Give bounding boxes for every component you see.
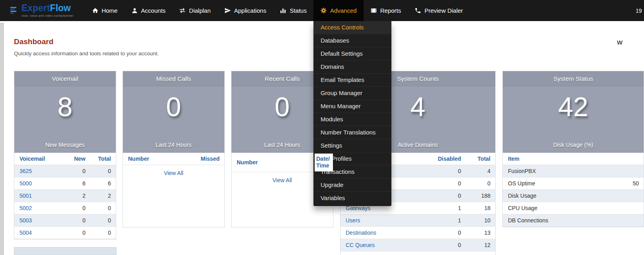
voicemail-row: 362500	[14, 165, 116, 177]
nav-status[interactable]: Status	[273, 0, 313, 21]
user-icon	[131, 7, 138, 14]
system-counts-cell: 13	[466, 227, 495, 239]
voicemail-link[interactable]: 5000	[14, 177, 66, 189]
advanced-dropdown: Access ControlsDatabasesDefault Settings…	[313, 21, 391, 206]
system-counts-count: 4	[411, 88, 426, 126]
page-title: Dashboard	[14, 37, 53, 46]
nav-dialplan[interactable]: Dialplan	[172, 0, 217, 21]
dropdown-item-group-manager[interactable]: Group Manager	[313, 87, 391, 100]
page: ExpertFlow chat, voice and video contact…	[0, 0, 644, 255]
system-status-cell: CPU Usage	[503, 202, 620, 214]
nav-advanced[interactable]: Advanced Access ControlsDatabasesDefault…	[313, 0, 364, 21]
missed-calls-card: Missed Calls 0 Last 24 Hours NumberMisse…	[123, 71, 225, 228]
missed-calls-count-label: Last 24 Hours	[156, 142, 191, 148]
dropdown-item-modules[interactable]: Modules	[313, 113, 391, 126]
dropdown-item-variables[interactable]: Variables	[313, 192, 391, 204]
dropdown-item-default-settings[interactable]: Default Settings	[313, 47, 391, 60]
missed-calls-table-header: NumberMissed	[123, 153, 224, 165]
voicemail-link[interactable]: 5002	[14, 202, 66, 214]
dropdown-item-upgrade[interactable]: Upgrade	[313, 179, 391, 192]
nav-home-label: Home	[102, 7, 118, 14]
system-counts-link[interactable]: Destinations	[340, 227, 430, 239]
nav-applications[interactable]: Applications	[218, 0, 273, 21]
voicemail-cell: 0	[66, 202, 90, 214]
recent-calls-table: NumberDate/Time	[232, 153, 333, 172]
missed-calls-view-all-link[interactable]: View All	[164, 170, 183, 176]
voicemail-link[interactable]: 5004	[14, 227, 66, 239]
system-status-row: FusionPBX	[503, 165, 644, 177]
system-counts-link[interactable]: Users	[340, 214, 430, 226]
brand-expert: Expert	[21, 3, 50, 13]
nav-accounts[interactable]: Accounts	[125, 0, 173, 21]
nav-reports[interactable]: Reports	[364, 0, 408, 21]
voicemail-link[interactable]: 3625	[14, 165, 66, 177]
voicemail-count: 8	[58, 88, 73, 126]
voicemail-cell: 0	[66, 214, 90, 226]
system-counts-cell: 12	[466, 239, 495, 251]
dropdown-item-access-controls[interactable]: Access Controls	[313, 21, 391, 34]
recent-calls-col-number: Number	[232, 156, 315, 168]
system-status-cell	[620, 217, 644, 224]
left-gutter	[0, 23, 4, 255]
dropdown-item-databases[interactable]: Databases	[313, 34, 391, 47]
voicemail-link[interactable]: 5001	[14, 190, 66, 202]
dropdown-item-menu-manager[interactable]: Menu Manager	[313, 100, 391, 113]
nav-home[interactable]: Home	[85, 0, 125, 21]
voicemail-col-voicemail: Voicemail	[14, 153, 66, 165]
system-status-cell	[620, 193, 644, 199]
top-nav: ExpertFlow chat, voice and video contact…	[0, 0, 644, 21]
system-counts-row: Users110	[340, 214, 495, 227]
system-counts-col-total: Total	[466, 153, 495, 165]
voicemail-cell: 0	[90, 214, 116, 226]
recent-calls-count-label: Last 24 Hours	[264, 142, 300, 148]
system-status-table: ItemFusionPBXOS Uptime50Disk UsageCPU Us…	[503, 153, 644, 227]
nav-reports-label: Reports	[380, 7, 401, 14]
voicemail-cell: 0	[90, 202, 116, 214]
system-status-card-title: System Status	[503, 71, 644, 86]
missed-calls-col-number: Number	[123, 153, 174, 165]
system-status-cell	[620, 168, 644, 174]
voicemail-card-title: Voicemail	[14, 71, 116, 86]
system-counts-cell: 10	[466, 214, 495, 226]
system-counts-cell: 0	[430, 227, 466, 239]
missed-calls-count: 0	[166, 88, 181, 126]
system-counts-cell: 0	[430, 165, 466, 177]
system-status-count: 42	[558, 88, 588, 126]
system-status-cell: 50	[620, 177, 644, 189]
system-status-cell: FusionPBX	[503, 165, 620, 177]
system-counts-cell: 188	[466, 190, 495, 202]
voicemail-cell: 6	[66, 177, 90, 189]
dropdown-item-email-templates[interactable]: Email Templates	[313, 74, 391, 87]
dropdown-item-settings[interactable]: Settings	[313, 139, 391, 152]
brand-bars-icon	[10, 6, 18, 15]
system-status-cell: Disk Usage	[503, 190, 620, 202]
voicemail-cell: 2	[90, 190, 116, 202]
dropdown-item-domains[interactable]: Domains	[313, 60, 391, 74]
home-icon	[92, 7, 99, 14]
system-counts-link[interactable]: CC Queues	[340, 239, 430, 251]
nav-preview-dialer[interactable]: Preview Dialer	[408, 0, 470, 21]
nav-dialplan-label: Dialplan	[189, 7, 210, 14]
system-status-count-label: Disk Usage (%)	[553, 142, 593, 148]
dropdown-item-number-translations[interactable]: Number Translations	[313, 126, 391, 139]
brand-flow: Flow	[50, 3, 71, 13]
welcome-text-fragment: W	[617, 39, 623, 46]
recent-calls-view-all-link[interactable]: View All	[272, 177, 292, 183]
voicemail-row: 500122	[14, 190, 116, 202]
nav-advanced-label: Advanced	[330, 7, 357, 14]
missed-calls-view-all-row: View All	[123, 165, 224, 181]
system-counts-cell: 18	[466, 202, 495, 214]
brand-text: ExpertFlow chat, voice and video contact…	[21, 4, 74, 18]
voicemail-row: 500066	[14, 177, 116, 190]
recent-calls-col-date-time: Date/Time	[315, 154, 333, 171]
voicemail-cell: 0	[90, 165, 116, 177]
voicemail-col-new: New	[66, 153, 90, 165]
swap-arrows-icon	[179, 7, 186, 14]
system-status-table-header: Item	[503, 153, 644, 165]
voicemail-row: 500200	[14, 202, 116, 214]
brand-logo[interactable]: ExpertFlow chat, voice and video contact…	[10, 0, 74, 21]
voicemail-row: 500300	[14, 214, 116, 227]
voicemail-link[interactable]: 5003	[14, 214, 66, 226]
system-status-row: Disk Usage	[503, 190, 644, 202]
partial-element-below-voicemail	[14, 247, 117, 255]
